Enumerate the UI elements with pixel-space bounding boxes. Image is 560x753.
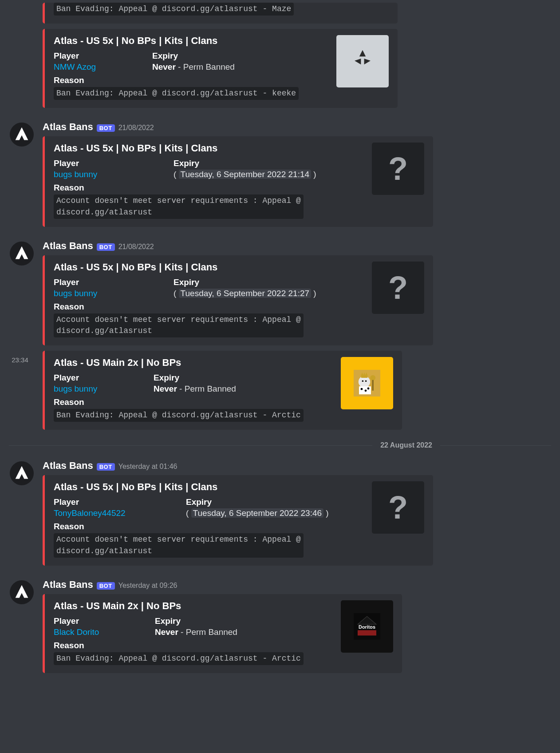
date-divider-text: 22 August 2022 bbox=[377, 441, 436, 449]
thumbnail-avatar bbox=[341, 357, 393, 409]
expiry-timestamp: Tuesday, 6 September 2022 23:46 bbox=[191, 508, 323, 518]
expiry-value: Never - Perm Banned bbox=[155, 627, 237, 637]
reason-code: Ban Evading: Appeal @ discord.gg/atlasru… bbox=[54, 87, 299, 100]
author-name[interactable]: Atlas Bans bbox=[43, 121, 93, 133]
reason-code: Account doesn't meet server requirements… bbox=[54, 313, 304, 337]
svg-marker-2 bbox=[364, 59, 371, 64]
player-link[interactable]: bugs bunny bbox=[54, 170, 97, 179]
bot-tag: BOT bbox=[97, 243, 115, 251]
svg-point-15 bbox=[365, 390, 367, 392]
bot-avatar[interactable] bbox=[10, 580, 34, 604]
ban-embed: ? Atlas - US 5x | No BPs | Kits | Clans … bbox=[43, 136, 433, 226]
expiry-field: Expiry Never - Perm Banned bbox=[154, 373, 236, 394]
player-field: Player bugs bunny bbox=[54, 373, 154, 394]
svg-rect-18 bbox=[372, 380, 374, 391]
author-name[interactable]: Atlas Bans bbox=[43, 240, 93, 252]
reason-code: Account doesn't meet server requirements… bbox=[54, 194, 304, 218]
player-label: Player bbox=[54, 616, 155, 626]
reason-code: Ban Evading: Appeal @ discord.gg/atlasru… bbox=[54, 409, 304, 422]
thumbnail-unknown-icon: ? bbox=[372, 143, 424, 195]
svg-text:Doritos: Doritos bbox=[359, 624, 375, 629]
expiry-label: Expiry bbox=[186, 497, 329, 507]
svg-rect-9 bbox=[361, 375, 367, 378]
expiry-rest: - Perm Banned bbox=[178, 627, 237, 637]
bot-avatar[interactable] bbox=[10, 461, 34, 485]
message: Atlas Bans BOT 21/08/2022 ? Atlas - US 5… bbox=[0, 239, 560, 348]
expiry-rest: - Perm Banned bbox=[177, 384, 236, 393]
expiry-never: Never bbox=[155, 627, 178, 637]
expiry-field: Expiry ( Tuesday, 6 September 2022 21:27… bbox=[174, 277, 316, 298]
thumbnail-avatar: Doritos bbox=[341, 600, 393, 653]
message: Atlas - US 5x | No BPs | Kits | Clans Pl… bbox=[0, 26, 560, 111]
reason-label: Reason bbox=[54, 522, 424, 531]
svg-marker-4 bbox=[16, 246, 28, 259]
message-timestamp: Yesterday at 01:46 bbox=[118, 463, 177, 471]
expiry-timestamp: Tuesday, 6 September 2022 21:27 bbox=[179, 289, 311, 298]
expiry-field: Expiry ( Tuesday, 6 September 2022 23:46… bbox=[186, 497, 329, 518]
svg-marker-3 bbox=[16, 127, 28, 140]
player-field: Player NMW Azog bbox=[54, 51, 152, 72]
embed-title: Atlas - US 5x | No BPs | Kits | Clans bbox=[54, 481, 424, 493]
ban-embed: Atlas - US Main 2x | No BPs Player bugs … bbox=[43, 351, 402, 430]
player-label: Player bbox=[54, 51, 152, 61]
reason-code: Account doesn't meet server requirements… bbox=[54, 533, 304, 557]
player-link[interactable]: TonyBaloney44522 bbox=[54, 508, 126, 518]
bot-avatar[interactable] bbox=[10, 123, 34, 147]
svg-marker-0 bbox=[359, 50, 366, 56]
expiry-value: ( Tuesday, 6 September 2022 23:46 ) bbox=[186, 508, 329, 518]
svg-point-7 bbox=[362, 380, 364, 382]
reason-label: Reason bbox=[54, 183, 424, 193]
ban-embed: Ban Evading: Appeal @ discord.gg/atlasru… bbox=[43, 3, 398, 24]
expiry-label: Expiry bbox=[154, 373, 236, 383]
svg-point-8 bbox=[365, 380, 367, 382]
expiry-value: ( Tuesday, 6 September 2022 21:14 ) bbox=[174, 170, 316, 179]
thumbnail-unknown-icon: ? bbox=[372, 262, 424, 314]
player-label: Player bbox=[54, 277, 174, 287]
expiry-field: Expiry Never - Perm Banned bbox=[152, 51, 235, 72]
expiry-label: Expiry bbox=[152, 51, 235, 61]
svg-point-16 bbox=[367, 388, 370, 390]
ban-embed: ? Atlas - US 5x | No BPs | Kits | Clans … bbox=[43, 475, 433, 565]
embed-title: Atlas - US 5x | No BPs | Kits | Clans bbox=[54, 143, 424, 154]
expiry-label: Expiry bbox=[155, 616, 237, 626]
thumbnail-unknown-icon: ? bbox=[372, 481, 424, 534]
player-link[interactable]: bugs bunny bbox=[54, 289, 97, 298]
svg-marker-19 bbox=[16, 466, 28, 479]
player-field: Player Black Dorito bbox=[54, 616, 155, 637]
bot-tag: BOT bbox=[97, 582, 115, 590]
expiry-value: ( Tuesday, 6 September 2022 21:27 ) bbox=[174, 289, 316, 298]
expiry-value: Never - Perm Banned bbox=[152, 62, 235, 72]
date-divider: 22 August 2022 bbox=[9, 441, 551, 449]
reason-code: Ban Evading: Appeal @ discord.gg/atlasru… bbox=[54, 3, 294, 16]
bot-tag: BOT bbox=[97, 124, 115, 132]
svg-point-14 bbox=[361, 388, 363, 390]
bot-avatar[interactable] bbox=[10, 242, 34, 266]
player-link[interactable]: Black Dorito bbox=[54, 627, 99, 637]
message-timestamp: Yesterday at 09:26 bbox=[118, 582, 177, 590]
author-name[interactable]: Atlas Bans bbox=[43, 579, 93, 591]
expiry-label: Expiry bbox=[174, 159, 316, 168]
player-label: Player bbox=[54, 373, 154, 383]
expiry-never: Never bbox=[154, 384, 177, 393]
player-link[interactable]: NMW Azog bbox=[54, 62, 96, 71]
ban-embed: ? Atlas - US 5x | No BPs | Kits | Clans … bbox=[43, 255, 433, 345]
bot-tag: BOT bbox=[97, 463, 115, 471]
message-timestamp: 21/08/2022 bbox=[118, 243, 154, 251]
expiry-timestamp: Tuesday, 6 September 2022 21:14 bbox=[179, 170, 311, 179]
message: Atlas Bans BOT Yesterday at 09:26 Dorito… bbox=[0, 578, 560, 676]
player-field: Player TonyBaloney44522 bbox=[54, 497, 186, 518]
player-field: Player bugs bunny bbox=[54, 159, 174, 179]
embed-title: Atlas - US 5x | No BPs | Kits | Clans bbox=[54, 262, 424, 273]
expiry-field: Expiry Never - Perm Banned bbox=[155, 616, 237, 637]
player-label: Player bbox=[54, 159, 174, 168]
ban-embed: Atlas - US 5x | No BPs | Kits | Clans Pl… bbox=[43, 29, 398, 108]
player-link[interactable]: bugs bunny bbox=[54, 384, 97, 393]
expiry-value: Never - Perm Banned bbox=[154, 384, 236, 394]
svg-rect-24 bbox=[358, 630, 376, 635]
message: 23:34 Atlas - US Main 2x | No BPs bbox=[0, 348, 560, 432]
thumbnail-rust-icon bbox=[336, 35, 389, 87]
svg-marker-1 bbox=[355, 59, 361, 64]
expiry-field: Expiry ( Tuesday, 6 September 2022 21:14… bbox=[174, 159, 316, 179]
message-timestamp: 23:34 bbox=[0, 356, 40, 364]
author-name[interactable]: Atlas Bans bbox=[43, 460, 93, 472]
